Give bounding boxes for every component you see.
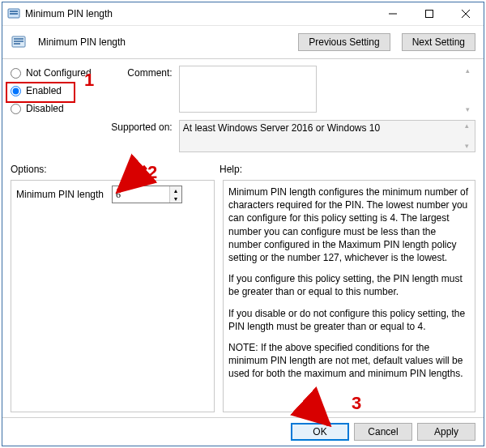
help-p4: NOTE: If the above specified conditions …	[228, 341, 470, 381]
radio-disabled[interactable]	[11, 104, 21, 114]
ok-button[interactable]: OK	[291, 423, 349, 441]
close-icon	[462, 10, 470, 18]
min-pin-length-row: Minimum PIN length ▲ ▼	[16, 186, 209, 203]
help-panel: Minimum PIN length configures the minimu…	[223, 180, 475, 412]
svg-rect-7	[14, 43, 20, 45]
dialog-buttons: OK Cancel Apply	[2, 417, 484, 446]
min-pin-length-spinner[interactable]: ▲ ▼	[112, 186, 182, 203]
window-title: Minimum PIN length	[25, 8, 374, 19]
state-radio-not-configured[interactable]: Not Configured	[11, 67, 92, 79]
header: Minimum PIN length Previous Setting Next…	[2, 26, 484, 59]
comment-textarea[interactable]	[179, 66, 317, 113]
cancel-button[interactable]: Cancel	[354, 423, 412, 441]
app-icon	[7, 7, 20, 20]
min-pin-length-label: Minimum PIN length	[16, 189, 104, 200]
supported-label: Supported on:	[106, 120, 173, 152]
spinner-buttons: ▲ ▼	[169, 186, 181, 203]
spinner-up-icon[interactable]: ▲	[170, 186, 181, 194]
apply-button[interactable]: Apply	[417, 423, 475, 441]
radio-disabled-label: Disabled	[26, 103, 64, 114]
policy-fields: Comment: ▴▾ Supported on: At least Windo…	[106, 66, 475, 152]
maximize-icon	[425, 10, 433, 18]
minimize-icon	[389, 10, 397, 18]
help-p3: If you disable or do not configure this …	[228, 307, 470, 333]
body: Not Configured Enabled Disabled Comment:	[2, 59, 484, 417]
previous-setting-button[interactable]: Previous Setting	[298, 33, 390, 51]
state-radios: Not Configured Enabled Disabled	[11, 66, 92, 152]
mid-labels: Options: Help:	[11, 164, 475, 175]
supported-row: Supported on: At least Windows Server 20…	[106, 120, 475, 152]
state-radio-disabled[interactable]: Disabled	[11, 103, 92, 114]
lower-section: Minimum PIN length ▲ ▼ Minimum PIN lengt…	[11, 180, 475, 412]
policy-editor-window: Minimum PIN length Minimum PIN length Pr…	[2, 2, 484, 446]
top-section: Not Configured Enabled Disabled Comment:	[11, 66, 475, 152]
supported-box: At least Windows Server 2016 or Windows …	[179, 120, 475, 152]
svg-rect-5	[14, 38, 23, 40]
comment-label: Comment:	[106, 66, 173, 115]
radio-enabled[interactable]	[11, 86, 21, 96]
state-radio-enabled[interactable]: Enabled	[11, 85, 92, 96]
supported-text: At least Windows Server 2016 or Windows …	[183, 122, 380, 134]
options-heading: Options:	[11, 164, 220, 175]
radio-not-configured-label: Not Configured	[26, 67, 92, 79]
next-setting-button[interactable]: Next Setting	[402, 33, 475, 51]
titlebar: Minimum PIN length	[2, 2, 484, 26]
comment-row: Comment: ▴▾	[106, 66, 475, 115]
radio-enabled-label: Enabled	[26, 85, 62, 96]
comment-scroll: ▴▾	[462, 67, 474, 113]
svg-rect-6	[14, 41, 23, 42]
svg-rect-3	[425, 11, 433, 18]
help-p2: If you configure this policy setting, th…	[228, 272, 470, 298]
svg-rect-1	[10, 11, 18, 12]
minimize-button[interactable]	[374, 2, 411, 25]
maximize-button[interactable]	[411, 2, 447, 25]
spinner-down-icon[interactable]: ▼	[170, 194, 181, 203]
help-heading: Help:	[220, 164, 475, 175]
policy-icon	[11, 34, 27, 50]
supported-scroll: ▴▾	[461, 122, 473, 150]
radio-not-configured[interactable]	[11, 68, 21, 79]
policy-title: Minimum PIN length	[38, 36, 287, 48]
close-button[interactable]	[447, 2, 484, 25]
help-p1: Minimum PIN length configures the minimu…	[228, 186, 470, 264]
min-pin-length-input[interactable]	[113, 186, 169, 203]
options-panel: Minimum PIN length ▲ ▼	[11, 180, 215, 412]
svg-rect-2	[10, 13, 18, 15]
